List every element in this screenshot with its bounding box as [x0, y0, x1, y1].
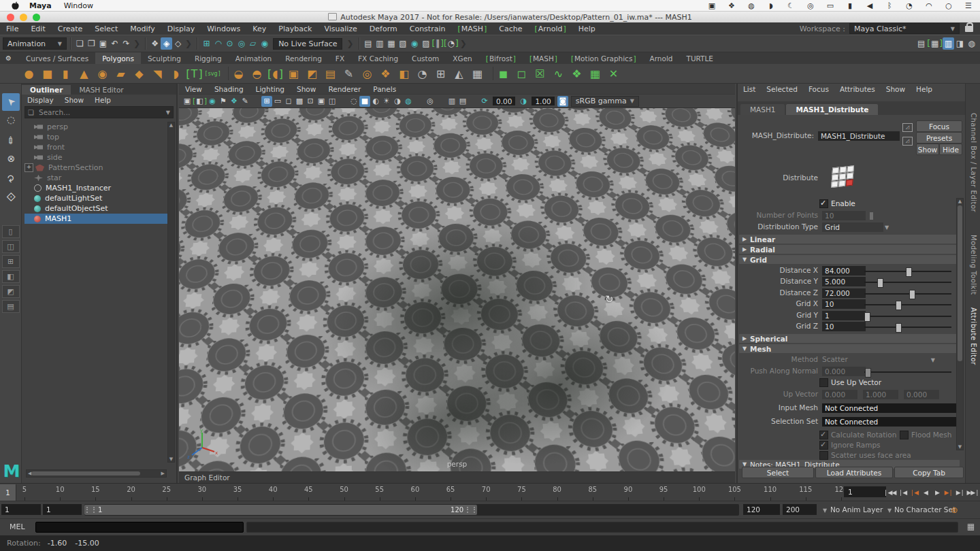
shelf-icon[interactable]: ◔	[414, 65, 431, 82]
shelf-icon[interactable]: ▣	[285, 65, 302, 82]
attribute-slider[interactable]	[864, 271, 951, 272]
shelf-icon[interactable]: ◩	[304, 65, 321, 82]
render-icon[interactable]: ▧	[397, 37, 409, 50]
layout-shortcut-icon[interactable]: ◫	[2, 240, 20, 253]
selection-mode-icon[interactable]: ◈	[161, 37, 172, 50]
layout-shortcut-icon[interactable]: ◩	[2, 285, 20, 298]
viewport-menu-item[interactable]: Panels	[367, 85, 402, 93]
menu-item[interactable]: Constrain	[404, 24, 452, 33]
shelf-icon[interactable]: ✕	[605, 65, 622, 82]
render-icon[interactable]: ◔	[444, 37, 459, 50]
outliner-menu-item[interactable]: Show	[59, 96, 89, 104]
character-set-select[interactable]: No Character Set	[894, 505, 956, 514]
push-slider[interactable]	[864, 371, 951, 373]
shelf-icon[interactable]: ◻	[513, 65, 530, 82]
attribute-editor-menu-item[interactable]: Selected	[761, 85, 803, 93]
viewport-icon[interactable]	[338, 96, 348, 107]
tool-icon[interactable]: ⊡	[2, 188, 20, 206]
tab-modeling-toolkit[interactable]: Modeling Toolkit	[966, 230, 980, 299]
shelf-tab[interactable]: Polygons	[95, 52, 141, 64]
sidebar-toggle-icon[interactable]: ◨	[954, 37, 966, 50]
workspace-lock-icon[interactable]	[965, 26, 973, 32]
layout-shortcut-icon[interactable]: ▤	[2, 300, 20, 313]
apple-menu-icon[interactable]	[11, 1, 20, 10]
show-button[interactable]: Show	[916, 144, 939, 155]
outliner-horizontal-scrollbar[interactable]: ◀▶	[26, 469, 167, 478]
viewport-icon[interactable]: ⊞	[261, 96, 272, 107]
workspace-select[interactable]: Maya Classic* ▼	[849, 23, 960, 34]
shelf-tab[interactable]: Motion Graphics	[564, 54, 643, 63]
render-icon[interactable]: ▦	[386, 37, 397, 50]
attribute-field[interactable]: 72.000	[822, 288, 866, 298]
viewport-icon[interactable]: ☀	[381, 96, 392, 107]
snap-icon[interactable]: ◉	[259, 37, 270, 50]
viewport-icon[interactable]	[436, 96, 446, 107]
gamma-field[interactable]: 1.00	[532, 97, 554, 105]
auto-keyframe-icon[interactable]: ⊕	[951, 505, 958, 515]
viewport-icon[interactable]: ◍	[403, 96, 414, 107]
shelf-icon[interactable]: ◥	[149, 65, 166, 82]
viewport-icon[interactable]: ◉	[207, 96, 218, 107]
zoom-window-button[interactable]	[33, 14, 40, 21]
shelf-tab[interactable]: XGen	[446, 54, 478, 63]
section-linear[interactable]: ▶Linear	[739, 235, 960, 244]
attribute-slider[interactable]	[864, 282, 951, 283]
shelf-icon[interactable]: ◉	[94, 65, 111, 82]
shelf-tab[interactable]: Arnold	[642, 54, 679, 63]
tool-icon[interactable]: ◌	[2, 112, 20, 130]
tab-channel-box[interactable]: Channel Box / Layer Editor	[966, 97, 980, 228]
range-slider-track[interactable]: 1 120	[84, 504, 739, 516]
viewport-menu-item[interactable]: Lighting	[250, 85, 291, 93]
shelf-icon[interactable]: ▦	[469, 65, 486, 82]
playback-button[interactable]: ❘◀	[897, 489, 907, 496]
render-icon[interactable]: ◉	[409, 37, 421, 50]
attribute-field[interactable]: 10	[822, 322, 866, 331]
chevron-down-icon[interactable]: ▼	[887, 507, 892, 514]
viewport-icon[interactable]: ◑	[392, 96, 403, 107]
select-button[interactable]: Select	[742, 467, 814, 478]
menu-item[interactable]: Deform	[363, 24, 404, 33]
shelf-icon[interactable]: ❖	[377, 65, 394, 82]
current-frame-field[interactable]: 1	[844, 486, 886, 497]
status-icon[interactable]: ↷	[120, 37, 132, 50]
macos-status-icon[interactable]: ◀	[865, 1, 875, 10]
viewport-icon[interactable]: ⟳	[479, 96, 490, 107]
shelf-icon[interactable]: ◆	[131, 65, 148, 82]
ignore-ramps-checkbox[interactable]	[819, 441, 828, 450]
menu-item[interactable]: Help	[572, 24, 602, 33]
snap-icon[interactable]: ⊙	[224, 37, 235, 50]
menu-item[interactable]: MASH	[451, 24, 493, 33]
chevron-down-icon[interactable]: ▼	[166, 110, 170, 116]
menu-item[interactable]: Select	[88, 24, 124, 33]
shelf-tab[interactable]: Curves / Surfaces	[19, 54, 95, 63]
playback-start-field[interactable]: 1	[43, 504, 82, 515]
viewport-icon[interactable]: ✎	[240, 96, 250, 107]
shelf-icon[interactable]: ⊞	[432, 65, 449, 82]
outliner-item[interactable]: + PatternSection	[24, 163, 168, 173]
menu-item[interactable]: File	[0, 24, 24, 33]
shelf-icon[interactable]: ●	[20, 65, 37, 82]
macos-status-icon[interactable]: ○	[944, 1, 953, 10]
outliner-item[interactable]: side	[24, 152, 168, 163]
mel-input[interactable]	[35, 522, 244, 533]
close-window-button[interactable]	[7, 14, 14, 21]
playback-button[interactable]: ❘◀◀	[883, 489, 896, 496]
viewport-icon[interactable]: ▥	[446, 96, 457, 107]
outliner-item[interactable]: front	[24, 142, 168, 152]
viewport-icon[interactable]: ◻	[283, 96, 294, 107]
shelf-icon[interactable]: ✎	[340, 65, 357, 82]
section-mesh[interactable]: ▼Mesh	[739, 344, 960, 353]
time-slider[interactable]: 1 51015202530354045505560657075808590951…	[0, 483, 980, 501]
macos-status-icon[interactable]: ◎	[806, 1, 815, 10]
animation-start-field[interactable]: 1	[1, 504, 41, 515]
menu-item[interactable]: Playback	[272, 24, 318, 33]
attribute-field[interactable]: 5.000	[822, 277, 866, 286]
section-spherical[interactable]: ▶Spherical	[739, 334, 960, 343]
tab-attribute-editor[interactable]: Attribute Editor	[966, 301, 980, 371]
attribute-slider[interactable]	[864, 293, 951, 295]
method-select[interactable]: Scatter	[822, 355, 848, 363]
window-title-bar[interactable]: Autodesk Maya 2017 - Not for Resale: /Us…	[0, 12, 980, 23]
macos-status-icon[interactable]: ◗	[766, 1, 776, 10]
tool-icon[interactable]: ➤	[2, 93, 20, 111]
playback-end-field[interactable]: 120	[743, 504, 780, 515]
